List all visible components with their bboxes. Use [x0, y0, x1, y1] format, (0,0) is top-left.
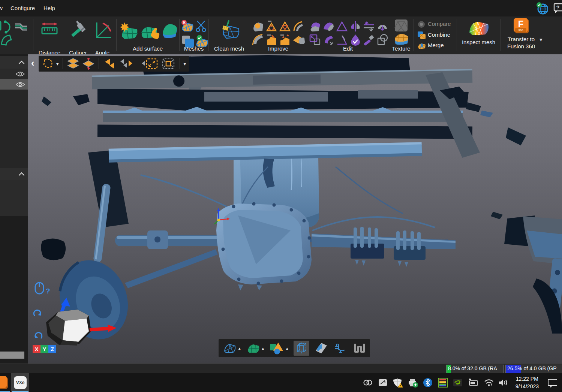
security-shield-tray-icon[interactable] [393, 378, 403, 388]
fusion360-logo[interactable]: F 360 [514, 18, 529, 35]
color-profile-tray-icon[interactable] [438, 378, 448, 388]
caliper-icon[interactable] [68, 20, 88, 40]
clock-date: 9/14/2023 [516, 383, 539, 390]
align-icon[interactable] [363, 20, 376, 32]
scan-item-row[interactable] [0, 69, 28, 79]
collapse-chevron-icon[interactable] [19, 172, 25, 178]
lasso-selection-icon[interactable] [42, 58, 54, 70]
defeature-icon[interactable] [265, 34, 277, 46]
waterproof-icon[interactable] [349, 34, 361, 46]
panel-header-top[interactable] [0, 56, 28, 69]
invert-selection-icon[interactable] [103, 57, 115, 70]
transform-icon[interactable] [322, 34, 334, 46]
wifi-tray-icon[interactable] [484, 378, 493, 388]
x-axis-badge[interactable]: X [33, 345, 40, 353]
expand-selection-icon[interactable] [141, 57, 159, 70]
sand-icon[interactable] [292, 34, 305, 46]
rotate-ccw-icon[interactable] [33, 332, 43, 342]
taskbar-clock[interactable]: 12:22 PM 9/14/2023 [516, 375, 539, 390]
transfer-dropdown-caret[interactable]: ▾ [540, 37, 543, 42]
add-surface-manual-icon[interactable] [139, 22, 160, 40]
menu-configure[interactable]: Configure [10, 0, 35, 16]
merge-icon[interactable] [417, 42, 426, 50]
surface-mode-button[interactable]: ▴ [246, 342, 264, 354]
transfer-label-line1[interactable]: Transfer to [501, 36, 542, 42]
combine-icon[interactable] [417, 31, 426, 39]
help-chat-icon[interactable]: ? [553, 3, 562, 14]
panel-header-bottom[interactable] [0, 168, 28, 180]
mirror-icon[interactable] [349, 20, 361, 32]
plane-section-icon[interactable] [336, 20, 348, 32]
sketch-tools-icons[interactable] [0, 19, 32, 50]
creative-cloud-tray-icon[interactable] [363, 378, 373, 388]
toolbar-separator [180, 58, 180, 69]
visibility-eye-icon[interactable] [15, 81, 25, 88]
shrink-selection-icon[interactable] [162, 57, 176, 70]
bounding-box-button-active[interactable] [294, 341, 309, 356]
collapse-chevron-icon[interactable] [19, 61, 25, 67]
3d-viewport[interactable]: ‹ ▾ [28, 54, 562, 364]
gauge-tray-icon[interactable] [378, 378, 388, 388]
boolean-icon[interactable] [376, 34, 388, 46]
split-mesh-scissors-icon[interactable] [195, 19, 208, 33]
viewport-collapse-chevron[interactable]: ‹ [31, 57, 34, 69]
clipping-plane-button[interactable] [315, 342, 328, 355]
distance-icon[interactable] [39, 21, 60, 39]
rotate-cw-icon[interactable] [33, 309, 43, 320]
deviation-icon[interactable] [336, 34, 348, 46]
mesh-item-row-selected[interactable] [0, 79, 28, 90]
merge-label[interactable]: Merge [428, 42, 444, 48]
compare-icon[interactable] [417, 20, 426, 28]
wireframe-caret[interactable]: ▴ [238, 346, 241, 350]
combine-label[interactable]: Combine [428, 31, 450, 38]
action-center-icon[interactable] [547, 378, 557, 388]
refine-icon[interactable] [279, 20, 291, 32]
menu-view-partial[interactable]: w [0, 0, 3, 16]
inspect-mesh-label[interactable]: Inspect mesh [457, 39, 501, 45]
taskbar-fusion-app-icon[interactable] [0, 375, 8, 389]
entities-caret[interactable]: ▴ [286, 346, 288, 350]
brake-drum-fragment [41, 238, 66, 260]
add-surface-label: Add surface [116, 45, 179, 52]
offset-surface-icon[interactable] [309, 20, 321, 32]
extend-surface-icon[interactable] [322, 20, 334, 32]
texture-disabled-icon[interactable] [394, 19, 408, 32]
surface-caret[interactable]: ▴ [262, 346, 264, 350]
online-globe-icon[interactable] [536, 2, 548, 15]
cross-section-button[interactable] [333, 342, 348, 355]
compare-label[interactable]: Compare [428, 21, 451, 27]
select-through-icon[interactable] [67, 57, 79, 70]
menu-help[interactable]: Help [43, 0, 55, 16]
angle-icon[interactable] [93, 20, 112, 40]
entities-display-button[interactable]: ▴ [269, 342, 288, 355]
bluetooth-tray-icon[interactable] [423, 378, 433, 388]
visibility-eye-icon[interactable] [15, 71, 25, 77]
smooth-boundary-icon[interactable] [292, 20, 304, 32]
select-visible-icon[interactable] [82, 57, 95, 70]
snap-to-icon[interactable] [376, 20, 388, 32]
wireframe-mode-button[interactable]: ▴ [222, 342, 241, 354]
fill-holes-icon[interactable] [252, 20, 264, 32]
trim-knife-icon[interactable] [363, 34, 375, 46]
transfer-label-line2[interactable]: Fusion 360 [501, 43, 542, 49]
inspect-mesh-icon[interactable] [467, 19, 491, 37]
navigation-cube[interactable] [43, 292, 118, 352]
smooth-mesh-icon[interactable] [252, 34, 264, 46]
delete-mesh-icon[interactable] [181, 19, 194, 33]
printer-tray-icon[interactable] [408, 378, 418, 388]
battery-tray-icon[interactable] [468, 378, 478, 388]
add-surface-auto-icon[interactable] [119, 22, 139, 40]
scale-icon[interactable] [309, 34, 321, 46]
profile-curve-button[interactable] [353, 342, 366, 355]
taskbar-vxe-app-button[interactable]: VXe [11, 373, 29, 392]
decimate-icon[interactable] [265, 20, 277, 32]
clean-mesh-icon[interactable] [217, 19, 241, 42]
nvidia-tray-icon[interactable] [453, 378, 463, 388]
remove-spikes-icon[interactable] [279, 34, 291, 46]
add-surface-fit-icon[interactable] [160, 22, 178, 40]
selection-mode-caret[interactable]: ▾ [56, 61, 59, 66]
texture-mesh-icon[interactable] [393, 33, 409, 46]
selection-direction-icon[interactable] [118, 57, 133, 70]
toolbar-overflow-caret[interactable]: ▾ [184, 61, 186, 66]
volume-tray-icon[interactable] [498, 378, 508, 388]
